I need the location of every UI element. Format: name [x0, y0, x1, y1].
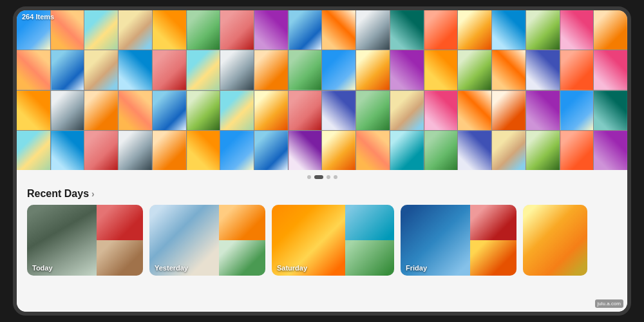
card-grid: [523, 205, 587, 276]
photo-cell: [458, 131, 491, 170]
photo-row-2: [17, 50, 627, 90]
photo-row-4: [17, 131, 627, 170]
photo-cell: [220, 131, 254, 170]
pagination-dot-3[interactable]: [327, 175, 330, 179]
photo-cell: [322, 50, 355, 90]
photo-cell: [322, 10, 355, 50]
photo-cell: [424, 131, 458, 170]
photo-cell: [356, 91, 390, 130]
photo-cell: [492, 131, 526, 170]
card-side-photo-1: [219, 205, 265, 240]
photo-cell: [390, 91, 424, 130]
photo-cell: [254, 91, 288, 130]
photo-cell: [187, 10, 220, 50]
photo-cell: [526, 131, 560, 170]
day-card-today[interactable]: Today: [27, 205, 143, 276]
photo-cell: [560, 91, 594, 130]
photo-cell: [424, 10, 458, 50]
photo-cell: [356, 50, 390, 90]
day-card-saturday[interactable]: Saturday: [272, 205, 394, 276]
photo-cell: [560, 50, 594, 90]
pagination-dot-4[interactable]: [334, 175, 337, 179]
photo-cell: [254, 10, 288, 50]
day-label-yesterday: Yesterday: [155, 264, 188, 272]
photo-cell: [153, 131, 186, 170]
photo-cell: [51, 131, 84, 170]
photo-cell: [51, 91, 84, 130]
photo-cell: [560, 10, 594, 50]
photo-cell: [254, 131, 288, 170]
photo-cell: [17, 50, 50, 90]
day-label-friday: Friday: [406, 264, 427, 272]
photo-cell: [356, 10, 390, 50]
photo-cell: [51, 10, 84, 50]
day-card-friday[interactable]: Friday: [401, 205, 516, 276]
bottom-section: Recent Days ›: [17, 184, 627, 312]
photo-grid: [17, 10, 627, 170]
photo-cell: [289, 91, 322, 130]
section-title: Recent Days: [27, 188, 89, 200]
photo-cell: [84, 50, 118, 90]
photo-cell: [526, 50, 560, 90]
photo-cell: [254, 50, 288, 90]
screen: 264 Items: [17, 10, 627, 312]
card-side-photo-1: [97, 205, 143, 240]
photo-cell: [424, 50, 458, 90]
item-count: 264 Items: [22, 13, 54, 21]
photo-cell: [594, 10, 627, 50]
photo-cell: [594, 91, 627, 130]
watermark: julu.a.com: [595, 299, 623, 308]
recent-days-chevron[interactable]: ›: [91, 189, 95, 199]
day-label-saturday: Saturday: [277, 264, 307, 272]
card-side-photo-1: [345, 205, 394, 240]
photo-cell: [84, 10, 118, 50]
photo-cell: [118, 10, 152, 50]
tablet-frame: 264 Items: [13, 6, 631, 316]
day-label-today: Today: [32, 264, 53, 272]
card-side-photo-2: [470, 240, 516, 276]
day-card-yesterday[interactable]: Yesterday: [149, 205, 265, 276]
pagination-dot-2[interactable]: [314, 175, 323, 179]
photo-cell: [220, 91, 254, 130]
photo-cell: [220, 50, 254, 90]
photo-cell: [458, 91, 491, 130]
photo-cell: [560, 131, 594, 170]
photo-cell: [526, 91, 560, 130]
photo-cell: [289, 50, 322, 90]
photo-cell: [390, 131, 424, 170]
photo-cell: [594, 131, 627, 170]
photo-cell: [492, 10, 526, 50]
photo-row-1: [17, 10, 627, 50]
card-side-photo-2: [345, 240, 394, 276]
days-row: Today Yesterday: [27, 205, 617, 276]
section-header: Recent Days ›: [27, 188, 617, 200]
photo-cell: [153, 91, 186, 130]
photo-cell: [17, 91, 50, 130]
photo-cell: [322, 91, 355, 130]
photo-cell: [458, 10, 491, 50]
photo-cell: [84, 91, 118, 130]
photo-cell: [356, 131, 390, 170]
card-side-photo-2: [97, 240, 143, 276]
photo-cell: [51, 50, 84, 90]
photo-cell: [153, 50, 186, 90]
photo-cell: [153, 10, 186, 50]
photo-grid-section: 264 Items: [17, 10, 627, 170]
photo-cell: [322, 131, 355, 170]
photo-cell: [526, 10, 560, 50]
pagination-dot-1[interactable]: [307, 175, 311, 179]
photo-cell: [492, 91, 526, 130]
pagination: [17, 170, 627, 184]
photo-cell: [118, 50, 152, 90]
photo-cell: [187, 91, 220, 130]
photo-cell: [390, 10, 424, 50]
photo-row-3: [17, 91, 627, 130]
day-card-thursday[interactable]: [523, 205, 587, 276]
photo-cell: [84, 131, 118, 170]
photo-cell: [594, 50, 627, 90]
photo-cell: [458, 50, 491, 90]
photo-cell: [390, 50, 424, 90]
card-side-photo-1: [470, 205, 516, 240]
photo-cell: [187, 131, 220, 170]
photo-cell: [289, 10, 322, 50]
